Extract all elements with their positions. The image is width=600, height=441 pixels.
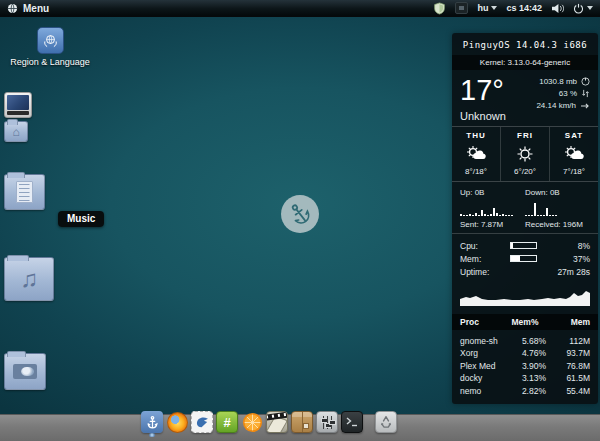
net-received: Received: 196M xyxy=(525,220,590,229)
xchat-icon[interactable]: # xyxy=(216,411,238,433)
uptime-value: 27m 28s xyxy=(557,267,590,277)
desktop[interactable]: Menu hu cs 14:42 xyxy=(0,0,600,441)
volume-icon[interactable] xyxy=(551,3,564,14)
cpu-label: Cpu: xyxy=(460,241,506,251)
clementine-icon[interactable] xyxy=(241,411,263,433)
firefox-icon[interactable] xyxy=(166,411,188,433)
temperature: 17° xyxy=(460,75,506,105)
shield-icon[interactable] xyxy=(433,2,446,15)
openshot-icon[interactable] xyxy=(266,411,288,433)
terminal-icon[interactable] xyxy=(341,411,363,433)
monitor-screen-icon xyxy=(7,95,29,110)
forecast-day: THU 8°/18° xyxy=(452,127,500,181)
document-icon xyxy=(16,181,34,202)
table-row: nemo 2.82% 55.4M xyxy=(460,384,590,397)
forecast-day: FRI 6°/20° xyxy=(500,127,549,181)
dock-item-documents[interactable] xyxy=(4,174,45,210)
anchor-icon xyxy=(282,196,318,232)
keyboard-layout-label: hu xyxy=(477,3,488,13)
session-menu[interactable] xyxy=(573,3,593,14)
wind-value: 24.14 km/h xyxy=(536,101,576,110)
cpu-bar xyxy=(510,242,537,249)
globe-icon xyxy=(7,3,18,14)
pressure-gauge-icon xyxy=(581,77,590,86)
top-panel: Menu hu cs 14:42 xyxy=(0,0,600,17)
thunderbird-icon[interactable] xyxy=(191,411,213,433)
table-row: gnome-sh 5.68% 112M xyxy=(460,334,590,347)
net-down-label: Down: 0B xyxy=(525,188,590,197)
net-up-label: Up: 0B xyxy=(460,188,525,197)
mem-value: 37% xyxy=(573,254,590,264)
home-icon: ⌂ xyxy=(12,125,19,139)
table-row: Plex Med 3.90% 76.8M xyxy=(460,359,590,372)
system-section: Cpu: 8% Mem: 37% Uptime: 27m 28s xyxy=(452,234,598,281)
table-row: docky 3.13% 61.5M xyxy=(460,372,590,385)
kernel-line: Kernel: 3.13.0-64-generic xyxy=(452,55,598,70)
chevron-down-icon xyxy=(587,6,593,10)
mem-bar xyxy=(510,255,537,262)
dock-item-music[interactable]: ♫ xyxy=(4,257,54,301)
dock-item-home[interactable]: ⌂ xyxy=(4,121,28,142)
dock-tooltip: Music xyxy=(58,211,104,227)
weather-current: 17° Unknown 1030.8 mb 63 % 24.14 xyxy=(452,70,598,126)
dark-tray-icon[interactable] xyxy=(455,2,468,14)
pressure-value: 1030.8 mb xyxy=(539,77,577,86)
keyboard-layout-indicator[interactable]: hu xyxy=(477,3,497,13)
camera-icon xyxy=(13,364,36,379)
forecast-day: SAT 7°/18° xyxy=(549,127,598,181)
sun-cloud-icon xyxy=(452,142,500,166)
trash-icon[interactable] xyxy=(375,411,397,433)
shortcut-label: Region & Language xyxy=(10,57,90,67)
network-section: Up: 0B Down: 0B Sent: 7.87M Received: 19… xyxy=(452,182,598,234)
archive-box-icon[interactable] xyxy=(291,411,313,433)
pinguy-watermark xyxy=(281,195,319,233)
clock[interactable]: cs 14:42 xyxy=(506,3,542,13)
menu-label: Menu xyxy=(23,3,49,14)
net-sent: Sent: 7.87M xyxy=(460,220,525,229)
os-title: PinguyOS 14.04.3 i686 xyxy=(452,33,598,55)
weather-condition: Unknown xyxy=(460,110,506,122)
audio-mixer-icon[interactable] xyxy=(316,411,338,433)
music-note-icon: ♫ xyxy=(20,265,38,293)
wind-icon xyxy=(580,102,590,110)
upload-histogram xyxy=(460,202,525,216)
dock-item-computer[interactable] xyxy=(4,92,32,118)
bottom-dock: # xyxy=(141,411,397,433)
sun-icon xyxy=(501,142,549,166)
region-language-icon xyxy=(37,27,64,54)
desktop-shortcut-region-language[interactable]: Region & Language xyxy=(10,27,90,67)
dock-item-pictures[interactable] xyxy=(4,353,46,390)
conky-widget: PinguyOS 14.04.3 i686 Kernel: 3.13.0-64-… xyxy=(452,33,598,404)
menu-button[interactable]: Menu xyxy=(7,3,49,14)
cpu-history-graph xyxy=(452,281,598,314)
sun-cloud-icon xyxy=(550,142,598,166)
docky-anchor-icon[interactable] xyxy=(141,411,163,433)
power-icon xyxy=(573,3,584,14)
chevron-down-icon xyxy=(491,6,497,10)
mem-label: Mem: xyxy=(460,254,506,264)
cpu-value: 8% xyxy=(578,241,590,251)
humidity-icon xyxy=(581,89,590,98)
weather-forecast: THU 8°/18° FRI 6° xyxy=(452,126,598,182)
table-row: Xorg 4.76% 93.7M xyxy=(460,347,590,360)
process-table-header: Proc Mem% Mem xyxy=(452,314,598,330)
uptime-label: Uptime: xyxy=(460,267,506,277)
process-table: gnome-sh 5.68% 112M Xorg 4.76% 93.7M Ple… xyxy=(452,330,598,404)
hash-glyph: # xyxy=(223,415,230,430)
humidity-value: 63 % xyxy=(559,89,577,98)
download-histogram xyxy=(525,202,590,216)
